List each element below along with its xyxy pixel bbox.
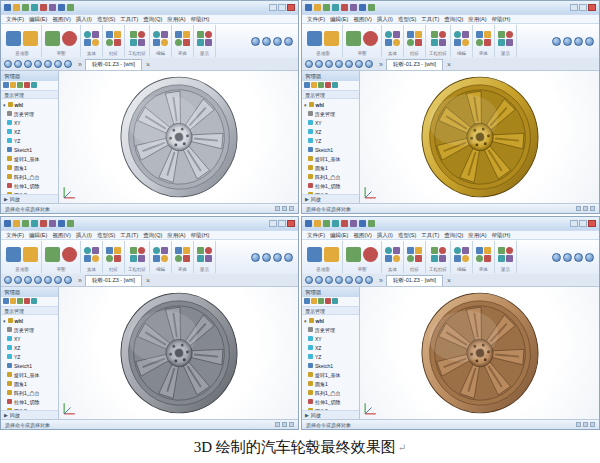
manager-tab-icon[interactable] <box>10 298 16 304</box>
ribbon-command-icon[interactable] <box>106 39 113 46</box>
menu-item-4[interactable]: 造型(S) <box>97 16 115 23</box>
help-icon[interactable] <box>67 4 74 11</box>
display-mode-icon[interactable] <box>365 60 373 68</box>
ribbon-command-icon[interactable] <box>393 31 400 38</box>
ribbon-command-icon[interactable] <box>506 247 513 254</box>
display-mode-icon[interactable] <box>325 60 333 68</box>
ribbon-command-icon[interactable] <box>454 39 461 46</box>
open-file-icon[interactable] <box>323 220 330 227</box>
view-orientation-icon[interactable] <box>273 253 282 262</box>
display-section-header[interactable]: 显示管理 <box>302 90 359 99</box>
display-mode-icon[interactable] <box>345 276 353 284</box>
tree-item-0[interactable]: 历史管理 <box>302 109 359 118</box>
ribbon-command-icon[interactable] <box>45 247 60 262</box>
manager-tab-icon[interactable] <box>311 82 317 88</box>
ribbon-command-icon[interactable] <box>92 31 99 38</box>
close-button[interactable] <box>588 4 596 11</box>
ribbon-command-icon[interactable] <box>307 247 322 262</box>
tree-item-5[interactable]: 旋转1_基体 <box>1 154 58 163</box>
tree-item-2[interactable]: XZ <box>302 127 359 136</box>
menu-item-6[interactable]: 查询(Q) <box>143 232 162 239</box>
ribbon-command-icon[interactable] <box>92 247 99 254</box>
undo-icon[interactable] <box>40 4 47 11</box>
undo-icon[interactable] <box>341 4 348 11</box>
menu-item-2[interactable]: 视图(V) <box>52 232 70 239</box>
minimize-button[interactable] <box>269 4 277 11</box>
tree-item-1[interactable]: XY <box>1 118 58 127</box>
ribbon-command-icon[interactable] <box>415 39 422 46</box>
ribbon-command-icon[interactable] <box>385 31 392 38</box>
maximize-button[interactable] <box>278 220 286 227</box>
manager-tab-icon[interactable] <box>325 298 331 304</box>
menu-item-5[interactable]: 工具(T) <box>120 16 138 23</box>
manager-tab-icon[interactable] <box>24 82 30 88</box>
ribbon-command-icon[interactable] <box>415 31 422 38</box>
save-icon[interactable] <box>332 220 339 227</box>
display-section-header[interactable]: 显示管理 <box>1 306 58 315</box>
help-icon[interactable] <box>67 220 74 227</box>
tree-item-3[interactable]: YZ <box>302 352 359 361</box>
close-button[interactable] <box>287 220 295 227</box>
ribbon-command-icon[interactable] <box>462 39 469 46</box>
manager-tab-icon[interactable] <box>318 82 324 88</box>
tree-item-0[interactable]: 历史管理 <box>302 325 359 334</box>
tree-item-6[interactable]: 圆角1 <box>1 163 58 172</box>
print-icon[interactable] <box>359 220 366 227</box>
tree-item-7[interactable]: 阵列1_凸台 <box>302 388 359 397</box>
filter-icon[interactable] <box>275 422 280 427</box>
display-mode-icon[interactable] <box>345 60 353 68</box>
display-mode-icon[interactable] <box>4 276 12 284</box>
ribbon-command-icon[interactable] <box>498 255 505 262</box>
ribbon-command-icon[interactable] <box>407 31 414 38</box>
panel-footer[interactable]: ▶ 回放 <box>1 194 58 203</box>
menu-item-3[interactable]: 插入(I) <box>377 16 393 23</box>
ribbon-command-icon[interactable] <box>114 31 121 38</box>
manager-tab-icon[interactable] <box>10 82 16 88</box>
ribbon-command-icon[interactable] <box>138 255 145 262</box>
tab-close-icon[interactable]: × <box>447 61 451 68</box>
tree-item-5[interactable]: 旋转1_基体 <box>302 370 359 379</box>
ribbon-command-icon[interactable] <box>484 39 491 46</box>
ribbon-command-icon[interactable] <box>106 247 113 254</box>
manager-tab-icon[interactable] <box>304 298 310 304</box>
ribbon-command-icon[interactable] <box>6 31 21 46</box>
menu-item-5[interactable]: 工具(T) <box>120 232 138 239</box>
view-orientation-icon[interactable] <box>273 37 282 46</box>
display-mode-icon[interactable] <box>14 60 22 68</box>
tree-item-3[interactable]: YZ <box>1 352 58 361</box>
ribbon-command-icon[interactable] <box>197 255 204 262</box>
maximize-button[interactable] <box>278 4 286 11</box>
ribbon-command-icon[interactable] <box>175 39 182 46</box>
ribbon-command-icon[interactable] <box>138 39 145 46</box>
tree-item-3[interactable]: YZ <box>302 136 359 145</box>
ribbon-command-icon[interactable] <box>183 39 190 46</box>
tab-scroll-chevron-icon[interactable]: » <box>78 277 82 284</box>
ribbon-command-icon[interactable] <box>415 247 422 254</box>
menu-item-4[interactable]: 造型(S) <box>97 232 115 239</box>
redo-icon[interactable] <box>350 4 357 11</box>
ribbon-command-icon[interactable] <box>407 39 414 46</box>
ribbon-command-icon[interactable] <box>385 247 392 254</box>
view-orientation-icon[interactable] <box>563 253 572 262</box>
ribbon-command-icon[interactable] <box>363 247 378 262</box>
undo-icon[interactable] <box>40 220 47 227</box>
menu-item-4[interactable]: 造型(S) <box>398 232 416 239</box>
display-mode-icon[interactable] <box>34 276 42 284</box>
ribbon-command-icon[interactable] <box>183 255 190 262</box>
manager-tab-icon[interactable] <box>332 298 338 304</box>
menu-item-6[interactable]: 查询(Q) <box>444 232 463 239</box>
tree-root-item[interactable]: ▾whl <box>302 100 359 109</box>
tab-scroll-chevron-icon[interactable]: » <box>379 277 383 284</box>
ribbon-command-icon[interactable] <box>62 247 77 262</box>
ribbon-command-icon[interactable] <box>498 247 505 254</box>
view-orientation-icon[interactable] <box>262 37 271 46</box>
ribbon-command-icon[interactable] <box>454 247 461 254</box>
manager-tab-icon[interactable] <box>17 298 23 304</box>
new-file-icon[interactable] <box>314 220 321 227</box>
snap-icon[interactable] <box>282 206 287 211</box>
menu-item-8[interactable]: 帮助(H) <box>492 232 511 239</box>
ribbon-command-icon[interactable] <box>439 255 446 262</box>
grid-icon[interactable] <box>289 422 294 427</box>
tree-item-2[interactable]: XZ <box>302 343 359 352</box>
ribbon-command-icon[interactable] <box>385 255 392 262</box>
